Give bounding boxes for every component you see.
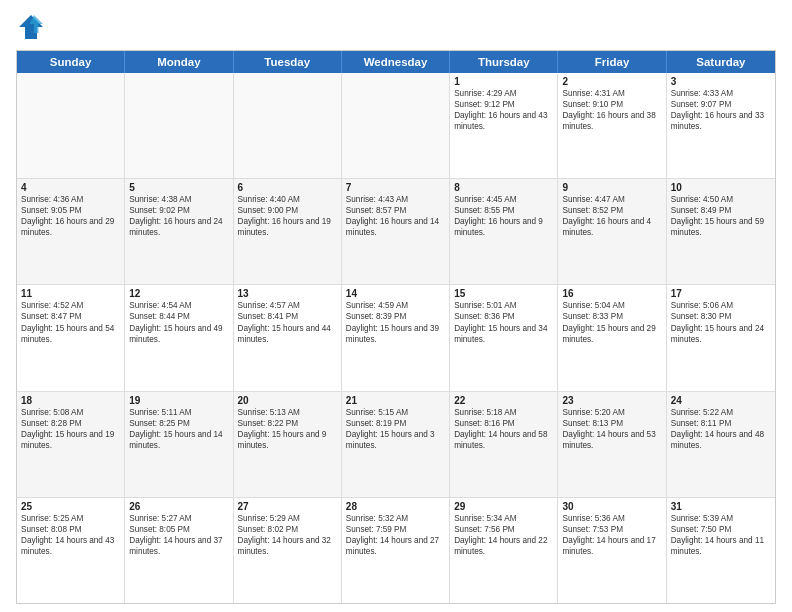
day-info: Sunrise: 4:29 AM Sunset: 9:12 PM Dayligh…: [454, 88, 553, 132]
day-number: 28: [346, 501, 445, 512]
day-info: Sunrise: 4:38 AM Sunset: 9:02 PM Dayligh…: [129, 194, 228, 238]
day-number: 13: [238, 288, 337, 299]
day-number: 8: [454, 182, 553, 193]
day-cell-1: 1Sunrise: 4:29 AM Sunset: 9:12 PM Daylig…: [450, 73, 558, 178]
calendar-row-4: 18Sunrise: 5:08 AM Sunset: 8:28 PM Dayli…: [17, 392, 775, 498]
day-number: 14: [346, 288, 445, 299]
day-cell-24: 24Sunrise: 5:22 AM Sunset: 8:11 PM Dayli…: [667, 392, 775, 497]
day-cell-4: 4Sunrise: 4:36 AM Sunset: 9:05 PM Daylig…: [17, 179, 125, 284]
day-number: 23: [562, 395, 661, 406]
day-info: Sunrise: 5:15 AM Sunset: 8:19 PM Dayligh…: [346, 407, 445, 451]
day-cell-29: 29Sunrise: 5:34 AM Sunset: 7:56 PM Dayli…: [450, 498, 558, 603]
calendar-row-2: 4Sunrise: 4:36 AM Sunset: 9:05 PM Daylig…: [17, 179, 775, 285]
calendar-row-1: 1Sunrise: 4:29 AM Sunset: 9:12 PM Daylig…: [17, 73, 775, 179]
day-number: 15: [454, 288, 553, 299]
day-cell-11: 11Sunrise: 4:52 AM Sunset: 8:47 PM Dayli…: [17, 285, 125, 390]
day-number: 30: [562, 501, 661, 512]
day-cell-5: 5Sunrise: 4:38 AM Sunset: 9:02 PM Daylig…: [125, 179, 233, 284]
weekday-header-saturday: Saturday: [667, 51, 775, 73]
day-cell-20: 20Sunrise: 5:13 AM Sunset: 8:22 PM Dayli…: [234, 392, 342, 497]
day-cell-22: 22Sunrise: 5:18 AM Sunset: 8:16 PM Dayli…: [450, 392, 558, 497]
day-cell-9: 9Sunrise: 4:47 AM Sunset: 8:52 PM Daylig…: [558, 179, 666, 284]
day-info: Sunrise: 4:57 AM Sunset: 8:41 PM Dayligh…: [238, 300, 337, 344]
day-number: 31: [671, 501, 771, 512]
day-info: Sunrise: 5:20 AM Sunset: 8:13 PM Dayligh…: [562, 407, 661, 451]
day-info: Sunrise: 5:18 AM Sunset: 8:16 PM Dayligh…: [454, 407, 553, 451]
day-number: 24: [671, 395, 771, 406]
day-number: 10: [671, 182, 771, 193]
day-cell-7: 7Sunrise: 4:43 AM Sunset: 8:57 PM Daylig…: [342, 179, 450, 284]
weekday-header-sunday: Sunday: [17, 51, 125, 73]
day-info: Sunrise: 4:50 AM Sunset: 8:49 PM Dayligh…: [671, 194, 771, 238]
calendar-body: 1Sunrise: 4:29 AM Sunset: 9:12 PM Daylig…: [17, 73, 775, 603]
day-number: 27: [238, 501, 337, 512]
day-cell-8: 8Sunrise: 4:45 AM Sunset: 8:55 PM Daylig…: [450, 179, 558, 284]
weekday-header-wednesday: Wednesday: [342, 51, 450, 73]
calendar-row-3: 11Sunrise: 4:52 AM Sunset: 8:47 PM Dayli…: [17, 285, 775, 391]
day-cell-13: 13Sunrise: 4:57 AM Sunset: 8:41 PM Dayli…: [234, 285, 342, 390]
day-info: Sunrise: 4:40 AM Sunset: 9:00 PM Dayligh…: [238, 194, 337, 238]
day-number: 9: [562, 182, 661, 193]
day-cell-2: 2Sunrise: 4:31 AM Sunset: 9:10 PM Daylig…: [558, 73, 666, 178]
day-info: Sunrise: 5:01 AM Sunset: 8:36 PM Dayligh…: [454, 300, 553, 344]
day-number: 11: [21, 288, 120, 299]
header: [16, 12, 776, 42]
day-info: Sunrise: 5:36 AM Sunset: 7:53 PM Dayligh…: [562, 513, 661, 557]
day-number: 29: [454, 501, 553, 512]
day-info: Sunrise: 4:45 AM Sunset: 8:55 PM Dayligh…: [454, 194, 553, 238]
day-cell-3: 3Sunrise: 4:33 AM Sunset: 9:07 PM Daylig…: [667, 73, 775, 178]
day-cell-19: 19Sunrise: 5:11 AM Sunset: 8:25 PM Dayli…: [125, 392, 233, 497]
day-info: Sunrise: 4:47 AM Sunset: 8:52 PM Dayligh…: [562, 194, 661, 238]
day-cell-15: 15Sunrise: 5:01 AM Sunset: 8:36 PM Dayli…: [450, 285, 558, 390]
day-info: Sunrise: 5:22 AM Sunset: 8:11 PM Dayligh…: [671, 407, 771, 451]
day-number: 1: [454, 76, 553, 87]
day-info: Sunrise: 5:32 AM Sunset: 7:59 PM Dayligh…: [346, 513, 445, 557]
day-number: 6: [238, 182, 337, 193]
day-cell-6: 6Sunrise: 4:40 AM Sunset: 9:00 PM Daylig…: [234, 179, 342, 284]
day-number: 2: [562, 76, 661, 87]
day-number: 19: [129, 395, 228, 406]
day-number: 4: [21, 182, 120, 193]
weekday-header-thursday: Thursday: [450, 51, 558, 73]
day-info: Sunrise: 5:29 AM Sunset: 8:02 PM Dayligh…: [238, 513, 337, 557]
day-cell-21: 21Sunrise: 5:15 AM Sunset: 8:19 PM Dayli…: [342, 392, 450, 497]
day-info: Sunrise: 4:36 AM Sunset: 9:05 PM Dayligh…: [21, 194, 120, 238]
day-info: Sunrise: 4:59 AM Sunset: 8:39 PM Dayligh…: [346, 300, 445, 344]
day-info: Sunrise: 4:31 AM Sunset: 9:10 PM Dayligh…: [562, 88, 661, 132]
empty-cell: [234, 73, 342, 178]
day-info: Sunrise: 5:06 AM Sunset: 8:30 PM Dayligh…: [671, 300, 771, 344]
day-info: Sunrise: 4:54 AM Sunset: 8:44 PM Dayligh…: [129, 300, 228, 344]
day-cell-28: 28Sunrise: 5:32 AM Sunset: 7:59 PM Dayli…: [342, 498, 450, 603]
day-number: 16: [562, 288, 661, 299]
day-number: 5: [129, 182, 228, 193]
day-cell-23: 23Sunrise: 5:20 AM Sunset: 8:13 PM Dayli…: [558, 392, 666, 497]
day-number: 20: [238, 395, 337, 406]
day-cell-25: 25Sunrise: 5:25 AM Sunset: 8:08 PM Dayli…: [17, 498, 125, 603]
day-cell-17: 17Sunrise: 5:06 AM Sunset: 8:30 PM Dayli…: [667, 285, 775, 390]
day-info: Sunrise: 4:52 AM Sunset: 8:47 PM Dayligh…: [21, 300, 120, 344]
day-cell-10: 10Sunrise: 4:50 AM Sunset: 8:49 PM Dayli…: [667, 179, 775, 284]
page: SundayMondayTuesdayWednesdayThursdayFrid…: [0, 0, 792, 612]
day-cell-18: 18Sunrise: 5:08 AM Sunset: 8:28 PM Dayli…: [17, 392, 125, 497]
day-number: 26: [129, 501, 228, 512]
day-number: 17: [671, 288, 771, 299]
empty-cell: [125, 73, 233, 178]
day-info: Sunrise: 5:13 AM Sunset: 8:22 PM Dayligh…: [238, 407, 337, 451]
calendar-row-5: 25Sunrise: 5:25 AM Sunset: 8:08 PM Dayli…: [17, 498, 775, 603]
logo-icon: [16, 12, 46, 42]
day-info: Sunrise: 5:27 AM Sunset: 8:05 PM Dayligh…: [129, 513, 228, 557]
day-info: Sunrise: 4:33 AM Sunset: 9:07 PM Dayligh…: [671, 88, 771, 132]
day-cell-31: 31Sunrise: 5:39 AM Sunset: 7:50 PM Dayli…: [667, 498, 775, 603]
day-cell-12: 12Sunrise: 4:54 AM Sunset: 8:44 PM Dayli…: [125, 285, 233, 390]
weekday-header-friday: Friday: [558, 51, 666, 73]
empty-cell: [17, 73, 125, 178]
day-number: 12: [129, 288, 228, 299]
day-info: Sunrise: 5:11 AM Sunset: 8:25 PM Dayligh…: [129, 407, 228, 451]
calendar: SundayMondayTuesdayWednesdayThursdayFrid…: [16, 50, 776, 604]
day-cell-27: 27Sunrise: 5:29 AM Sunset: 8:02 PM Dayli…: [234, 498, 342, 603]
day-info: Sunrise: 5:04 AM Sunset: 8:33 PM Dayligh…: [562, 300, 661, 344]
day-info: Sunrise: 5:25 AM Sunset: 8:08 PM Dayligh…: [21, 513, 120, 557]
calendar-header: SundayMondayTuesdayWednesdayThursdayFrid…: [17, 51, 775, 73]
day-number: 3: [671, 76, 771, 87]
weekday-header-tuesday: Tuesday: [234, 51, 342, 73]
